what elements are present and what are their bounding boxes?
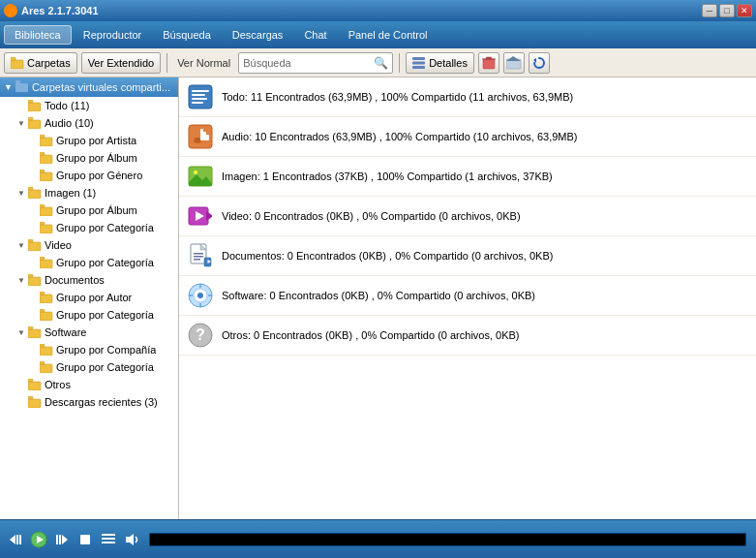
- sidebar-item-imagen-categoria[interactable]: Grupo por Categoría: [0, 219, 178, 236]
- svg-marker-63: [206, 211, 212, 221]
- title-controls: ─ □ ✕: [702, 4, 752, 17]
- svg-rect-14: [28, 100, 33, 103]
- svg-marker-9: [506, 56, 521, 61]
- svg-rect-89: [80, 535, 90, 544]
- sidebar-item-audio-artista[interactable]: Grupo por Artista: [0, 132, 178, 149]
- sw-compania-label: Grupo por Compañía: [56, 344, 156, 356]
- ver-extendido-button[interactable]: Ver Extendido: [81, 52, 162, 74]
- svg-rect-13: [28, 103, 41, 111]
- refresh-button[interactable]: [529, 52, 550, 74]
- sidebar-item-audio[interactable]: ▼ Audio (10): [0, 114, 178, 132]
- otros-text: Otros: 0 Encontrados (0KB) , 0% Comparti…: [222, 329, 520, 341]
- folder-icon: [27, 99, 43, 112]
- sidebar-item-software[interactable]: ▼ Software: [0, 324, 178, 341]
- sidebar-item-otros[interactable]: Otros: [0, 376, 178, 393]
- detalles-button[interactable]: Detalles: [406, 52, 474, 74]
- carpetas-button[interactable]: Carpetas: [4, 52, 77, 74]
- prev-button[interactable]: [6, 530, 25, 549]
- menu-reproductor[interactable]: Reproductor: [74, 26, 152, 44]
- svg-rect-67: [194, 253, 203, 255]
- svg-rect-31: [40, 260, 52, 268]
- svg-rect-5: [483, 59, 495, 69]
- progress-bar[interactable]: [149, 533, 746, 546]
- virtual-folder-expand: ▼: [4, 82, 13, 92]
- imagen-album-label: Grupo por Álbum: [56, 204, 137, 216]
- svg-rect-20: [40, 152, 45, 155]
- audio-label: Audio (10): [45, 117, 94, 129]
- svg-marker-93: [126, 534, 134, 545]
- search-icon: 🔍: [374, 56, 388, 70]
- maximize-button[interactable]: □: [719, 4, 735, 17]
- svg-rect-19: [40, 155, 52, 164]
- ver-extendido-label: Ver Extendido: [88, 57, 155, 69]
- delete-button[interactable]: [478, 52, 499, 74]
- sidebar-item-sw-categoria[interactable]: Grupo por Categoría: [0, 358, 178, 376]
- software-label: Software: [45, 326, 86, 338]
- category-row-todo[interactable]: Todo: 11 Encontrados (63,9MB) , 100% Com…: [179, 78, 756, 117]
- svg-rect-58: [206, 135, 209, 140]
- svg-rect-2: [412, 57, 425, 60]
- svg-rect-50: [192, 90, 209, 92]
- otros-label: Otros: [45, 379, 71, 390]
- right-panel: Todo: 11 Encontrados (63,9MB) , 100% Com…: [179, 78, 756, 519]
- stop-button[interactable]: [76, 530, 95, 549]
- volume-button[interactable]: [122, 530, 141, 549]
- menu-busqueda[interactable]: Búsqueda: [153, 26, 221, 44]
- svg-text:?: ?: [196, 326, 205, 343]
- play-button[interactable]: [29, 530, 48, 549]
- virtual-folder-header[interactable]: ▼ Carpetas virtuales comparti...: [0, 78, 178, 97]
- sidebar-item-doc-autor[interactable]: Grupo por Autor: [0, 289, 178, 306]
- sidebar-item-doc-categoria[interactable]: Grupo por Categoría: [0, 306, 178, 324]
- svg-rect-25: [40, 207, 52, 216]
- close-button[interactable]: ✕: [737, 4, 752, 17]
- menu-panel[interactable]: Panel de Control: [339, 26, 438, 44]
- app-icon: [4, 4, 17, 17]
- category-row-imagen[interactable]: Imagen: 1 Encontrados (37KB) , 100% Comp…: [179, 157, 756, 197]
- category-row-video[interactable]: Video: 0 Encontrados (0KB) , 0% Comparti…: [179, 197, 756, 236]
- svg-rect-26: [40, 204, 45, 207]
- sidebar-item-video-categoria[interactable]: Grupo por Categoría: [0, 254, 178, 271]
- carpetas-label: Carpetas: [27, 57, 71, 69]
- virtual-folder-label: Carpetas virtuales comparti...: [32, 81, 170, 93]
- svg-marker-86: [62, 535, 68, 544]
- sidebar-item-documentos[interactable]: ▼ Documentos: [0, 271, 178, 289]
- next-button[interactable]: [52, 530, 72, 549]
- menu-chat[interactable]: Chat: [294, 26, 336, 44]
- sidebar-item-descargas[interactable]: Descargas recientes (3): [0, 393, 178, 411]
- svg-rect-27: [40, 225, 52, 233]
- share-button[interactable]: [503, 52, 525, 74]
- imagen-categoria-label: Grupo por Categoría: [56, 222, 154, 233]
- svg-rect-39: [28, 329, 41, 338]
- playlist-button[interactable]: [99, 530, 118, 549]
- documentos-label: Documentos: [45, 274, 105, 286]
- category-row-software[interactable]: Software: 0 Encontrados (0KB) , 0% Compa…: [179, 276, 756, 316]
- sidebar-item-audio-genero[interactable]: Grupo por Género: [0, 167, 178, 184]
- sidebar-item-imagen-album[interactable]: Grupo por Álbum: [0, 202, 178, 219]
- menu-descargas[interactable]: Descargas: [223, 26, 293, 44]
- sidebar-item-audio-album[interactable]: Grupo por Álbum: [0, 149, 178, 167]
- category-row-documentos[interactable]: Documentos: 0 Encontrados (0KB) , 0% Com…: [179, 236, 756, 276]
- sidebar-item-video[interactable]: ▼ Video: [0, 236, 178, 254]
- svg-rect-15: [28, 120, 41, 129]
- svg-rect-18: [40, 135, 45, 138]
- svg-rect-22: [40, 170, 45, 172]
- svg-rect-83: [19, 535, 21, 544]
- software-icon: [187, 282, 214, 309]
- category-row-audio[interactable]: Audio: 10 Encontrados (63,9MB) , 100% Co…: [179, 117, 756, 157]
- sidebar-item-todo[interactable]: Todo (11): [0, 97, 178, 114]
- sidebar-item-sw-compania[interactable]: Grupo por Compañía: [0, 341, 178, 358]
- svg-rect-51: [192, 94, 205, 96]
- svg-rect-43: [40, 364, 52, 373]
- category-row-otros[interactable]: ? Otros: 0 Encontrados (0KB) , 0% Compar…: [179, 316, 756, 356]
- svg-rect-56: [200, 129, 203, 140]
- sidebar-item-imagen[interactable]: ▼ Imagen (1): [0, 184, 178, 202]
- menu-biblioteca[interactable]: Biblioteca: [4, 25, 72, 45]
- svg-rect-24: [28, 187, 33, 190]
- video-icon: [187, 202, 214, 230]
- imagen-label: Imagen (1): [45, 187, 96, 199]
- audio-artista-label: Grupo por Artista: [56, 135, 136, 146]
- svg-rect-38: [40, 309, 45, 312]
- search-input[interactable]: [243, 57, 374, 69]
- minimize-button[interactable]: ─: [702, 4, 717, 17]
- audio-genero-label: Grupo por Género: [56, 170, 142, 181]
